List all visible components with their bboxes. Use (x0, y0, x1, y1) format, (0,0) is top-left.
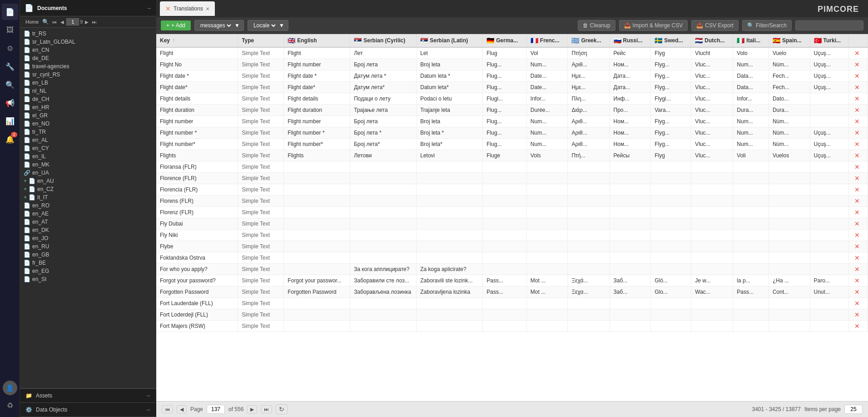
col-fr[interactable]: 🇫🇷 Frenc... (526, 34, 568, 47)
tree-item-en_LB[interactable]: 📄 en_LB (20, 79, 156, 87)
table-row[interactable]: FlybeSimple Text✕ (156, 241, 868, 252)
table-cell[interactable]: Flight number* (284, 139, 350, 150)
table-cell[interactable] (284, 241, 350, 252)
table-cell[interactable] (350, 196, 417, 207)
table-cell[interactable] (610, 264, 651, 275)
delete-row-button[interactable]: ✕ (853, 152, 862, 159)
delete-row-button[interactable]: ✕ (853, 254, 862, 261)
table-cell[interactable]: Αριθ... (568, 59, 610, 70)
table-cell[interactable] (417, 230, 483, 241)
table-cell[interactable]: Fluge (483, 150, 527, 161)
table-cell[interactable]: Broj leta (417, 116, 483, 127)
table-cell[interactable] (769, 161, 810, 173)
table-cell[interactable]: Florens (FLR) (156, 196, 238, 207)
delete-row-button[interactable]: ✕ (853, 186, 862, 193)
table-row[interactable]: Fly NikiSimple Text✕ (156, 230, 868, 241)
table-cell[interactable]: Ном... (610, 116, 651, 127)
table-cell[interactable] (733, 218, 769, 230)
table-cell[interactable]: Fech... (769, 70, 810, 82)
table-row[interactable]: Flight numberSimple TextFlight numberБро… (156, 116, 868, 127)
table-cell[interactable]: Datum leta* (417, 82, 483, 93)
delete-row-button[interactable]: ✕ (853, 175, 862, 182)
table-cell[interactable] (350, 230, 417, 241)
delete-row-button[interactable]: ✕ (853, 61, 862, 68)
table-cell[interactable]: Flug... (483, 105, 527, 116)
table-cell[interactable]: Simple Text (238, 252, 284, 264)
col-type[interactable]: Type (238, 34, 284, 47)
table-cell[interactable] (733, 184, 769, 196)
table-cell[interactable] (691, 241, 733, 252)
table-cell[interactable]: Flyg... (651, 139, 691, 150)
table-cell[interactable]: Дата... (610, 82, 651, 93)
table-cell[interactable]: Flugi... (483, 93, 527, 105)
table-cell[interactable] (284, 173, 350, 184)
table-cell[interactable]: Mot ... (526, 275, 568, 286)
col-ru[interactable]: 🇷🇺 Russi... (610, 34, 651, 47)
table-cell[interactable] (810, 241, 849, 252)
table-cell[interactable] (810, 207, 849, 218)
table-cell[interactable] (651, 218, 691, 230)
table-cell[interactable] (610, 321, 651, 332)
table-cell[interactable] (691, 196, 733, 207)
table-cell[interactable]: Simple Text (238, 298, 284, 309)
plus-icon[interactable]: + (24, 178, 27, 184)
tree-item-en_AE[interactable]: 📄 en_AE (20, 210, 156, 218)
table-cell[interactable] (651, 184, 691, 196)
table-cell[interactable]: Flight duration (156, 105, 238, 116)
table-cell[interactable] (769, 309, 810, 321)
table-cell[interactable]: Uçuş... (810, 127, 849, 139)
table-cell[interactable] (568, 252, 610, 264)
table-cell[interactable] (526, 184, 568, 196)
table-cell[interactable]: Núm... (769, 127, 810, 139)
table-cell[interactable]: Flug... (483, 116, 527, 127)
table-cell[interactable] (417, 173, 483, 184)
table-cell[interactable]: Núm... (769, 139, 810, 150)
table-cell[interactable] (568, 264, 610, 275)
table-cell[interactable]: Ξεχα... (568, 286, 610, 298)
table-cell[interactable]: Za koga aplicirate? (417, 264, 483, 275)
table-cell[interactable]: Num... (526, 116, 568, 127)
table-cell[interactable]: Заб... (610, 286, 651, 298)
delete-row-button[interactable]: ✕ (853, 129, 862, 136)
table-cell[interactable] (733, 321, 769, 332)
footer-first-page-button[interactable]: ⏮ (162, 405, 173, 413)
table-cell[interactable] (284, 230, 350, 241)
tree-item-de_DE[interactable]: 📄 de_DE (20, 54, 156, 62)
table-cell[interactable]: Flight number (156, 116, 238, 127)
table-cell[interactable] (610, 309, 651, 321)
table-cell[interactable]: Simple Text (238, 82, 284, 93)
table-cell[interactable]: Florenz (FLR) (156, 207, 238, 218)
table-cell[interactable] (568, 196, 610, 207)
table-cell[interactable] (483, 184, 527, 196)
sidebar-expand-icon[interactable]: → (146, 5, 152, 11)
table-cell[interactable] (526, 321, 568, 332)
table-cell[interactable]: Uçuş... (810, 59, 849, 70)
footer-refresh-button[interactable]: ↻ (276, 404, 288, 414)
table-cell[interactable]: la p... (733, 275, 769, 286)
table-cell[interactable]: Num... (526, 59, 568, 70)
table-cell[interactable]: Infor... (733, 93, 769, 105)
table-cell[interactable]: For who you apply? (156, 264, 238, 275)
table-cell[interactable]: Glo... (651, 286, 691, 298)
table-cell[interactable]: Simple Text (238, 173, 284, 184)
table-row[interactable]: Foklandska OstrvaSimple Text✕ (156, 252, 868, 264)
table-cell[interactable] (526, 161, 568, 173)
tree-item-en_RU[interactable]: 📄 en_RU (20, 242, 156, 251)
table-cell[interactable] (350, 161, 417, 173)
tree-item-en_AT[interactable]: 📄 en_AT (20, 218, 156, 226)
table-cell[interactable]: Uçuş... (810, 82, 849, 93)
table-cell[interactable] (417, 161, 483, 173)
table-cell[interactable] (769, 241, 810, 252)
table-cell[interactable] (733, 252, 769, 264)
table-cell[interactable] (691, 207, 733, 218)
table-cell[interactable]: Simple Text (238, 184, 284, 196)
table-cell[interactable]: Fort Lauderdale (FLL) (156, 298, 238, 309)
delete-row-button[interactable]: ✕ (853, 288, 862, 296)
table-cell[interactable]: Núm... (769, 116, 810, 127)
table-cell[interactable]: Num... (733, 116, 769, 127)
table-cell[interactable]: Ξεχά... (568, 275, 610, 286)
table-row[interactable]: FlightSimple TextFlightЛетLetFlugVolΠτήσ… (156, 47, 868, 59)
table-cell[interactable] (769, 218, 810, 230)
home-button[interactable]: Home (24, 18, 40, 25)
table-row[interactable]: Fort Majers (RSW)Simple Text✕ (156, 321, 868, 332)
